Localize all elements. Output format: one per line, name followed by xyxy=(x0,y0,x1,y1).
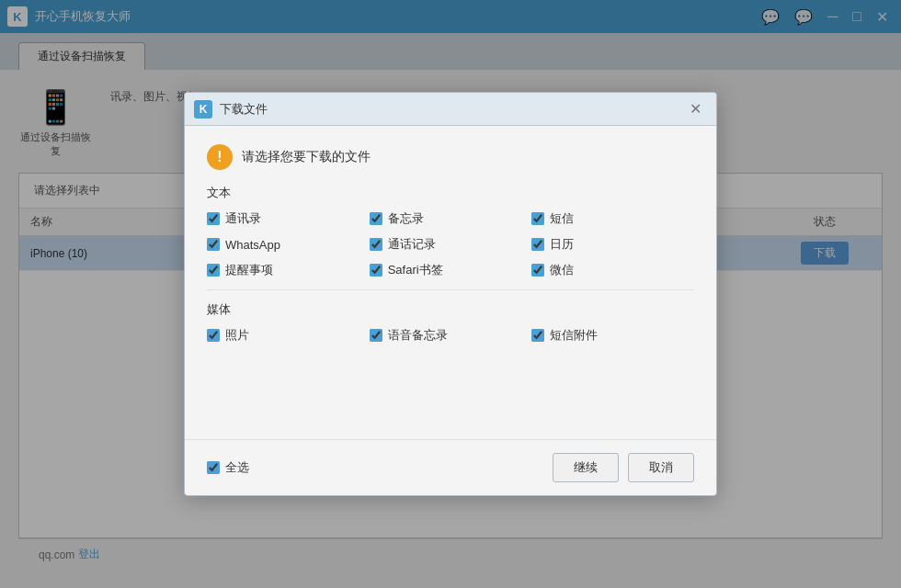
checkbox-voicememo-input[interactable] xyxy=(370,329,382,342)
modal-instruction: 请选择您要下载的文件 xyxy=(242,149,371,165)
checkbox-contacts[interactable]: 通讯录 xyxy=(207,210,370,227)
checkbox-sms-label: 短信 xyxy=(550,210,574,227)
checkbox-calendar-input[interactable] xyxy=(531,238,544,251)
info-icon: ! xyxy=(207,144,233,170)
checkbox-notes[interactable]: 备忘录 xyxy=(370,210,532,227)
section-divider xyxy=(207,289,694,290)
checkbox-sms-input[interactable] xyxy=(531,212,544,225)
download-modal: K 下载文件 ✕ ! 请选择您要下载的文件 文本 通讯录 xyxy=(184,92,717,496)
checkbox-photos[interactable]: 照片 xyxy=(207,327,370,344)
checkbox-voicememo[interactable]: 语音备忘录 xyxy=(370,327,532,344)
modal-footer: 全选 继续 取消 xyxy=(185,439,716,495)
checkbox-wechat-label: 微信 xyxy=(550,262,574,278)
checkbox-contacts-input[interactable] xyxy=(207,212,220,225)
checkbox-calendar-label: 日历 xyxy=(550,236,574,253)
checkbox-wechat[interactable]: 微信 xyxy=(531,262,694,278)
checkbox-reminders[interactable]: 提醒事项 xyxy=(207,262,370,278)
checkbox-smsattach-label: 短信附件 xyxy=(550,327,598,344)
modal-title: 下载文件 xyxy=(220,101,684,118)
modal-logo: K xyxy=(194,100,212,119)
app-body: 通过设备扫描恢复 📱 通过设备扫描恢复 讯录、图片、视频、 请选择列表中 名称 … xyxy=(0,33,901,588)
checkbox-safari[interactable]: Safari书签 xyxy=(370,262,532,278)
checkbox-smsattach[interactable]: 短信附件 xyxy=(531,327,694,344)
checkbox-whatsapp[interactable]: WhatsApp xyxy=(207,236,370,253)
checkbox-photos-label: 照片 xyxy=(225,327,249,344)
checkbox-wechat-input[interactable] xyxy=(531,264,544,277)
checkbox-calllogs[interactable]: 通话记录 xyxy=(370,236,532,253)
checkbox-selectall[interactable]: 全选 xyxy=(207,459,249,476)
section-text-label: 文本 xyxy=(207,185,694,201)
checkbox-selectall-label: 全选 xyxy=(225,459,249,476)
section-media-label: 媒体 xyxy=(207,301,694,318)
checkbox-smsattach-input[interactable] xyxy=(531,329,544,342)
footer-buttons: 继续 取消 xyxy=(553,453,694,482)
checkbox-sms[interactable]: 短信 xyxy=(531,210,694,227)
checkbox-safari-label: Safari书签 xyxy=(388,262,443,278)
checkbox-reminders-label: 提醒事项 xyxy=(225,262,273,278)
checkbox-contacts-label: 通讯录 xyxy=(225,210,261,227)
checkbox-calllogs-input[interactable] xyxy=(370,238,382,251)
checkbox-calllogs-label: 通话记录 xyxy=(388,236,436,253)
checkbox-notes-label: 备忘录 xyxy=(388,210,424,227)
checkbox-notes-input[interactable] xyxy=(370,212,382,225)
modal-info-row: ! 请选择您要下载的文件 xyxy=(207,144,694,170)
checkbox-reminders-input[interactable] xyxy=(207,264,220,277)
modal-overlay: K 下载文件 ✕ ! 请选择您要下载的文件 文本 通讯录 xyxy=(0,0,901,588)
media-checkboxes-grid: 照片 语音备忘录 短信附件 xyxy=(207,327,694,344)
checkbox-photos-input[interactable] xyxy=(207,329,220,342)
checkbox-selectall-input[interactable] xyxy=(207,461,220,474)
text-checkboxes-grid: 通讯录 备忘录 短信 WhatsApp xyxy=(207,210,694,278)
modal-body: ! 请选择您要下载的文件 文本 通讯录 备忘录 xyxy=(185,126,716,439)
checkbox-whatsapp-input[interactable] xyxy=(207,238,220,251)
checkbox-calendar[interactable]: 日历 xyxy=(531,236,694,253)
continue-button[interactable]: 继续 xyxy=(553,453,619,482)
footer-left: 全选 xyxy=(207,459,553,476)
modal-titlebar: K 下载文件 ✕ xyxy=(185,93,716,126)
checkbox-whatsapp-label: WhatsApp xyxy=(225,238,280,252)
checkbox-voicememo-label: 语音备忘录 xyxy=(388,327,448,344)
checkbox-safari-input[interactable] xyxy=(370,264,382,277)
cancel-button[interactable]: 取消 xyxy=(628,453,694,482)
modal-close-button[interactable]: ✕ xyxy=(684,98,707,119)
